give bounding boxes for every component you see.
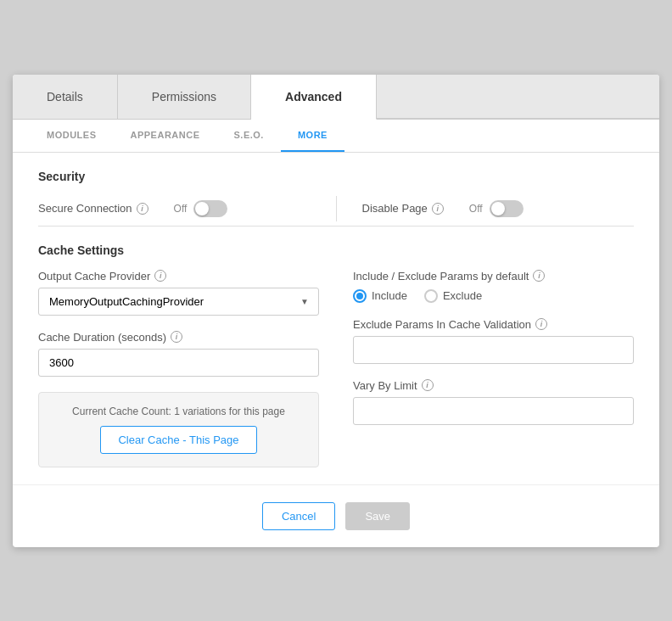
tab-permissions[interactable]: Permissions: [118, 75, 251, 119]
cache-box: Current Cache Count: 1 variations for th…: [38, 392, 319, 467]
secure-connection-label: Secure Connection i: [38, 202, 148, 215]
main-window: Details Permissions Advanced MODULES APP…: [13, 75, 659, 547]
cache-count-text: Current Cache Count: 1 variations for th…: [52, 406, 305, 417]
vary-by-limit-group: Vary By Limit i: [353, 379, 634, 425]
exclude-params-info-icon: i: [535, 318, 547, 330]
vary-by-limit-label: Vary By Limit i: [353, 379, 634, 392]
sub-tab-more[interactable]: MORE: [281, 120, 344, 152]
security-section-title: Security: [38, 170, 634, 183]
output-cache-select[interactable]: MemoryOutputCachingProvider: [38, 288, 319, 316]
section-divider: [38, 226, 634, 227]
exclude-params-group: Exclude Params In Cache Validation i: [353, 318, 634, 364]
cache-duration-info-icon: i: [171, 331, 182, 343]
exclude-label: Exclude: [443, 289, 482, 302]
cache-duration-group: Cache Duration (seconds) i: [38, 331, 319, 377]
disable-page-toggle-group: Off: [469, 200, 524, 217]
top-tab-bar: Details Permissions Advanced: [13, 75, 659, 120]
include-exclude-label: Include / Exclude Params by default i: [353, 270, 634, 283]
tab-advanced[interactable]: Advanced: [251, 75, 377, 120]
disable-page-info-icon: i: [432, 203, 444, 215]
cache-settings-columns: Output Cache Provider i MemoryOutputCach…: [38, 270, 634, 467]
include-radio[interactable]: [353, 289, 367, 303]
cache-settings-section-title: Cache Settings: [38, 243, 634, 257]
secure-connection-toggle-group: Off: [174, 200, 228, 217]
cache-left-col: Output Cache Provider i MemoryOutputCach…: [38, 270, 319, 467]
exclude-params-input[interactable]: [353, 336, 634, 364]
exclude-radio[interactable]: [424, 289, 438, 303]
output-cache-select-wrapper: MemoryOutputCachingProvider: [38, 288, 319, 316]
disable-page-toggle[interactable]: [490, 200, 524, 217]
disable-page-state: Off: [469, 203, 483, 215]
include-option[interactable]: Include: [353, 289, 407, 303]
cache-duration-input[interactable]: [38, 349, 319, 377]
vary-by-limit-info-icon: i: [422, 379, 434, 391]
save-button[interactable]: Save: [345, 502, 410, 530]
clear-cache-button[interactable]: Clear Cache - This Page: [100, 426, 256, 454]
disable-page-label: Disable Page i: [362, 202, 444, 215]
sub-tab-seo[interactable]: S.E.O.: [217, 120, 281, 152]
sub-tab-modules[interactable]: MODULES: [30, 120, 114, 152]
output-cache-provider-label: Output Cache Provider i: [38, 270, 319, 283]
output-cache-info-icon: i: [154, 270, 166, 282]
cancel-button[interactable]: Cancel: [262, 502, 335, 530]
sub-tab-appearance[interactable]: APPEARANCE: [114, 120, 217, 152]
include-label: Include: [372, 289, 407, 302]
content-area: Security Secure Connection i Off Disable…: [13, 153, 659, 484]
include-exclude-group: Include / Exclude Params by default i In…: [353, 270, 634, 303]
sub-tab-bar: MODULES APPEARANCE S.E.O. MORE: [13, 120, 659, 153]
include-exclude-radio-group: Include Exclude: [353, 289, 634, 303]
include-exclude-info-icon: i: [533, 270, 545, 282]
secure-connection-state: Off: [174, 203, 188, 215]
secure-connection-toggle[interactable]: [193, 200, 227, 217]
security-divider: [336, 196, 337, 221]
exclude-option[interactable]: Exclude: [424, 289, 482, 303]
disable-page-field: Disable Page i Off: [362, 200, 635, 217]
tab-details[interactable]: Details: [13, 75, 118, 119]
output-cache-provider-group: Output Cache Provider i MemoryOutputCach…: [38, 270, 319, 316]
security-row: Secure Connection i Off Disable Page i O…: [38, 196, 634, 221]
footer: Cancel Save: [13, 484, 659, 547]
vary-by-limit-input[interactable]: [353, 397, 634, 425]
cache-right-col: Include / Exclude Params by default i In…: [353, 270, 634, 467]
exclude-params-label: Exclude Params In Cache Validation i: [353, 318, 634, 331]
secure-connection-field: Secure Connection i Off: [38, 200, 311, 217]
cache-duration-label: Cache Duration (seconds) i: [38, 331, 319, 344]
secure-connection-info-icon: i: [137, 203, 148, 215]
